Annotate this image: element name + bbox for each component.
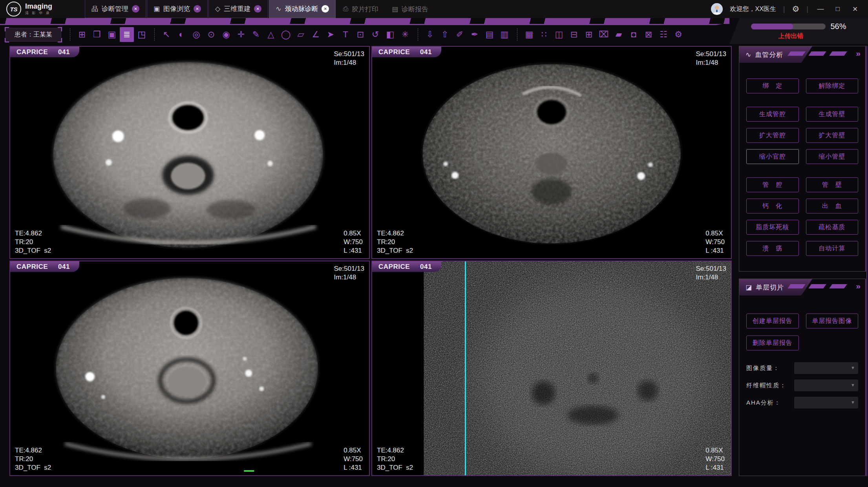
shrink-lumen-button[interactable]: 缩小官腔 bbox=[746, 149, 799, 164]
draw-polygon-icon[interactable]: ▱ bbox=[294, 27, 308, 42]
dropdown-select[interactable]: ▼ bbox=[794, 362, 858, 374]
layout-close-all-icon[interactable]: ⌧ bbox=[597, 27, 611, 42]
slice-report-image-button[interactable]: 单层报告图像 bbox=[806, 314, 859, 328]
image-gallery-icon[interactable]: ▣ bbox=[105, 27, 119, 42]
annotate-arrow-icon[interactable]: ➤ bbox=[323, 27, 338, 42]
patient-name-label: 患者：王某某 bbox=[15, 31, 52, 38]
open-folder-icon[interactable]: ❐ bbox=[90, 27, 104, 42]
bind-button[interactable]: 绑 定 bbox=[746, 78, 799, 93]
maximize-button[interactable]: □ bbox=[833, 5, 843, 13]
pen-icon[interactable]: ✒ bbox=[468, 27, 482, 42]
viewport-bottom-left[interactable]: CAPRICE 041 Se:501/13Im:1/48 TE:4.862TR:… bbox=[9, 261, 370, 476]
viewport-top-left[interactable]: CAPRICE 041 Se:501/13Im:1/48 TE:4.862TR:… bbox=[9, 46, 370, 259]
pseudocolor-icon[interactable]: ✳ bbox=[398, 27, 412, 42]
cube-3d-icon[interactable]: ◳ bbox=[135, 27, 149, 42]
patient-badge[interactable]: 患者：王某某 bbox=[5, 28, 61, 42]
key-image-icon[interactable]: ▥ bbox=[497, 27, 512, 42]
create-slice-report-button[interactable]: 创建单层报告 bbox=[746, 314, 799, 328]
close-button[interactable]: ✕ bbox=[850, 5, 860, 13]
ai-analysis-icon[interactable]: ⚙ bbox=[671, 27, 685, 42]
divider: | bbox=[783, 5, 785, 13]
viewport-bottom-right[interactable]: CAPRICE 041 Se:501/13Im:1/48 TE:4.862TR:… bbox=[371, 261, 732, 476]
generate-wall-button[interactable]: 生成管壁 bbox=[806, 107, 859, 122]
single-view-icon[interactable]: ▰ bbox=[612, 27, 626, 42]
shrink-wall-button[interactable]: 缩小管壁 bbox=[806, 149, 859, 164]
tab-close-icon[interactable]: ✕ bbox=[322, 5, 329, 13]
series-tab[interactable]: CAPRICE 041 bbox=[372, 261, 441, 272]
mri-axial-image[interactable] bbox=[10, 261, 369, 475]
auto-calculate-button[interactable]: 自动计算 bbox=[806, 241, 859, 256]
layout-columns-icon[interactable]: ◫ bbox=[552, 27, 566, 42]
close-view-icon[interactable]: ⊠ bbox=[641, 27, 656, 42]
lumen-button[interactable]: 管 腔 bbox=[746, 177, 799, 192]
layout-2x2-icon[interactable]: ⊞ bbox=[582, 27, 596, 42]
ulcer-button[interactable]: 溃 疡 bbox=[746, 241, 799, 256]
text-annotation-icon[interactable]: T bbox=[338, 27, 353, 42]
user-avatar[interactable] bbox=[711, 3, 723, 15]
hemorrhage-button[interactable]: 出 血 bbox=[806, 199, 859, 213]
expand-wall-button[interactable]: 扩大管壁 bbox=[806, 128, 859, 143]
zoom-2x-icon[interactable]: ◉ bbox=[219, 27, 233, 42]
layout-rows-icon[interactable]: ⊟ bbox=[567, 27, 581, 42]
unbind-button[interactable]: 解除绑定 bbox=[806, 78, 859, 93]
measure-angle-icon[interactable]: ∠ bbox=[309, 27, 323, 42]
upload-error-text[interactable]: 上传出错 bbox=[778, 32, 804, 40]
cube-icon: ◇ bbox=[215, 5, 220, 13]
layout-grid-icon[interactable]: ▦ bbox=[522, 27, 536, 42]
rotate-icon[interactable]: ↺ bbox=[368, 27, 382, 42]
tab-diagnosis-report[interactable]: ▤ 诊断报告 bbox=[386, 0, 435, 18]
download-icon[interactable]: ⇩ bbox=[423, 27, 437, 42]
upload-icon[interactable]: ⇧ bbox=[438, 27, 452, 42]
toolbar-separator bbox=[70, 28, 70, 41]
tab-film-print[interactable]: ⎙ 胶片打印 bbox=[336, 0, 385, 18]
import-study-icon[interactable]: ⊞ bbox=[75, 27, 89, 42]
tab-close-icon[interactable]: ✕ bbox=[254, 5, 261, 13]
zoom-region-icon[interactable]: ⊙ bbox=[204, 27, 218, 42]
series-tab[interactable]: CAPRICE 041 bbox=[372, 47, 441, 57]
mri-noise-image[interactable] bbox=[372, 261, 731, 475]
vessel-button-grid: 绑 定解除绑定生成管腔生成管壁扩大管腔扩大管壁缩小官腔缩小管壁管 腔管 壁钙 化… bbox=[739, 63, 865, 256]
layers-icon[interactable]: ≣ bbox=[120, 27, 134, 42]
delete-slice-report-button[interactable]: 删除单层报告 bbox=[746, 336, 799, 350]
viewport-top-right[interactable]: CAPRICE 041 Se:501/13Im:1/48 TE:4.862TR:… bbox=[371, 46, 732, 259]
expand-lumen-button[interactable]: 扩大管腔 bbox=[746, 128, 799, 143]
tab-3d-reconstruction[interactable]: ◇ 三维重建 ✕ bbox=[208, 0, 268, 18]
zoom-icon[interactable]: ◎ bbox=[189, 27, 203, 42]
mri-axial-image[interactable] bbox=[372, 47, 731, 258]
gear-icon[interactable]: ⚙ bbox=[792, 4, 799, 14]
wall-button[interactable]: 管 壁 bbox=[806, 177, 859, 192]
lipid-core-button[interactable]: 脂质坏死核 bbox=[746, 220, 799, 235]
loose-matrix-button[interactable]: 疏松基质 bbox=[806, 220, 859, 235]
window-level-icon[interactable]: ◐ bbox=[174, 27, 188, 42]
tab-carotid-diagnosis[interactable]: ∿ 颈动脉诊断 ✕ bbox=[269, 0, 336, 18]
draw-ellipse-icon[interactable]: ◯ bbox=[279, 27, 293, 42]
measure-area-icon[interactable]: △ bbox=[264, 27, 278, 42]
measure-length-icon[interactable]: ✎ bbox=[249, 27, 263, 42]
layout-quad-icon[interactable]: ∷ bbox=[537, 27, 551, 42]
brand-subtitle: 清 影 华 康 bbox=[25, 11, 52, 15]
series-number: 041 bbox=[420, 263, 432, 271]
report-add-icon[interactable]: ▤ bbox=[482, 27, 497, 42]
brush-icon[interactable]: ✐ bbox=[453, 27, 467, 42]
mri-axial-image[interactable] bbox=[10, 47, 369, 258]
spotlight-view-icon[interactable]: ◘ bbox=[627, 27, 641, 42]
tab-close-icon[interactable]: ✕ bbox=[194, 5, 201, 13]
invert-icon[interactable]: ◧ bbox=[383, 27, 397, 42]
generate-lumen-button[interactable]: 生成管腔 bbox=[746, 107, 799, 122]
dropdown-select[interactable]: ▼ bbox=[794, 397, 858, 409]
series-tab[interactable]: CAPRICE 041 bbox=[10, 47, 79, 57]
collapse-chevron-icon[interactable]: » bbox=[856, 281, 861, 291]
tab-close-icon[interactable]: ✕ bbox=[132, 5, 139, 13]
calcification-button[interactable]: 钙 化 bbox=[746, 199, 799, 213]
filmstrip-icon[interactable]: ☷ bbox=[656, 27, 671, 42]
tab-diagnosis-management[interactable]: 品 诊断管理 ✕ bbox=[85, 0, 146, 18]
pointer-icon[interactable]: ↖ bbox=[159, 27, 174, 42]
pan-icon[interactable]: ✛ bbox=[234, 27, 248, 42]
collapse-chevron-icon[interactable]: » bbox=[856, 49, 861, 58]
roi-box-icon[interactable]: ⊡ bbox=[353, 27, 367, 42]
series-tab[interactable]: CAPRICE 041 bbox=[10, 261, 79, 272]
tab-image-browse[interactable]: ▣ 图像浏览 ✕ bbox=[147, 0, 208, 18]
minimize-button[interactable]: — bbox=[815, 5, 826, 13]
dropdown-select[interactable]: ▼ bbox=[794, 379, 858, 391]
series-name: CAPRICE bbox=[16, 48, 48, 56]
